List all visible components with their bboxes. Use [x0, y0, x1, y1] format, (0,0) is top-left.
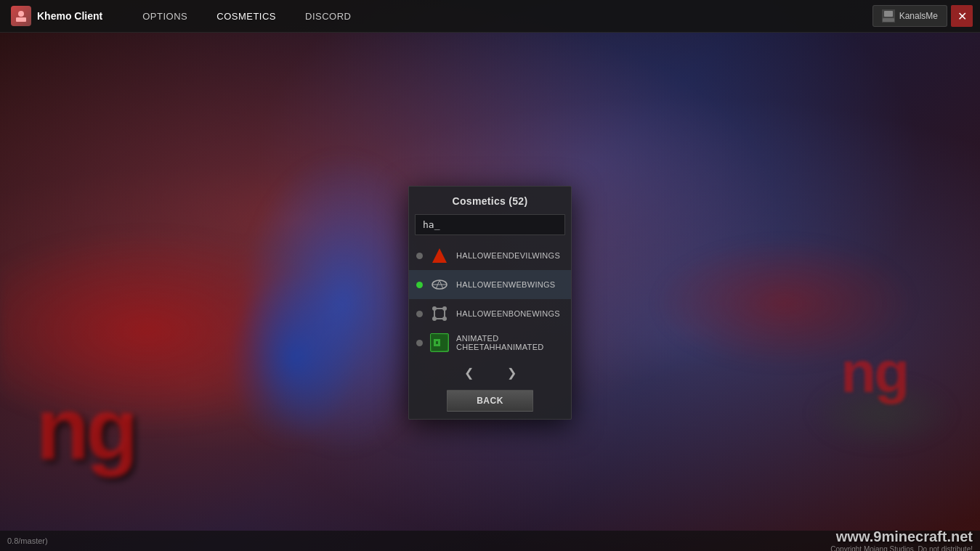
list-item[interactable]: HALLOWEENBONEWINGS — [409, 299, 571, 328]
website-label: www.9minecraft.net — [836, 528, 973, 545]
item-name: ANIMATED CHEETAHHANIMATED — [456, 334, 564, 351]
svg-rect-16 — [434, 308, 435, 319]
app-title: Khemo Client — [37, 10, 102, 22]
app-logo: Khemo Client — [0, 6, 113, 26]
dialog-title: Cosmetics (52) — [409, 187, 571, 214]
item-icon-cheetah — [430, 333, 449, 352]
svg-point-0 — [18, 11, 24, 17]
back-button[interactable]: BACK — [447, 390, 533, 412]
search-input[interactable] — [415, 214, 565, 235]
item-name: HALLOWEENWEBWINGS — [456, 280, 556, 289]
user-button[interactable]: KanalsMe — [872, 5, 947, 27]
svg-rect-3 — [884, 11, 893, 17]
logo-icon — [11, 6, 31, 26]
copyright-label: Copyright Mojang Studios. Do not distrib… — [830, 545, 973, 551]
cosmetics-dialog: Cosmetics (52) HALLOWEENDEVILWINGS — [408, 186, 572, 420]
list-item[interactable]: HALLOWEENWEBWINGS — [409, 270, 571, 299]
svg-rect-21 — [434, 339, 440, 341]
nav-items: OPTIONS COSMETICS DISCORD — [128, 0, 365, 33]
item-icon-web — [430, 275, 449, 294]
svg-rect-17 — [444, 308, 445, 319]
status-dot — [416, 311, 423, 317]
close-button[interactable]: ✕ — [951, 5, 973, 27]
nav-options[interactable]: OPTIONS — [128, 0, 202, 33]
user-label: KanalsMe — [899, 11, 938, 21]
prev-page-button[interactable]: ❮ — [458, 364, 479, 381]
pagination: ❮ ❯ — [409, 357, 571, 390]
svg-rect-14 — [434, 308, 445, 309]
svg-rect-1 — [16, 17, 26, 22]
item-name: HALLOWEENDEVILWINGS — [456, 251, 560, 260]
status-dot — [416, 253, 423, 259]
nav-cosmetics[interactable]: COSMETICS — [202, 0, 291, 33]
list-item[interactable]: HALLOWEENDEVILWINGS — [409, 241, 571, 270]
user-icon — [882, 9, 895, 23]
svg-marker-5 — [432, 248, 447, 263]
main-content: Cosmetics (52) HALLOWEENDEVILWINGS — [0, 33, 980, 551]
svg-rect-15 — [434, 318, 445, 319]
nav-right: KanalsMe ✕ — [872, 5, 980, 27]
back-button-container: BACK — [409, 390, 571, 419]
next-page-button[interactable]: ❯ — [501, 364, 522, 381]
list-item[interactable]: ANIMATED CHEETAHHANIMATED — [409, 328, 571, 357]
status-dot — [416, 340, 423, 346]
svg-rect-4 — [883, 18, 894, 22]
search-box — [415, 214, 565, 235]
status-dot — [416, 282, 423, 288]
navbar: Khemo Client OPTIONS COSMETICS DISCORD K… — [0, 0, 980, 33]
bottom-bar: 0.8/master) www.9minecraft.net Copyright… — [0, 531, 980, 551]
item-name: HALLOWEENBONEWINGS — [456, 309, 560, 318]
version-label: 0.8/master) — [7, 536, 48, 545]
item-icon-devil — [430, 246, 449, 265]
item-icon-bone — [430, 304, 449, 323]
nav-discord[interactable]: DISCORD — [291, 0, 365, 33]
svg-rect-22 — [434, 344, 440, 346]
bottom-right: www.9minecraft.net Copyright Mojang Stud… — [830, 528, 973, 551]
cosmetics-list: HALLOWEENDEVILWINGS HALLOWEENWEBWINGS — [409, 241, 571, 357]
